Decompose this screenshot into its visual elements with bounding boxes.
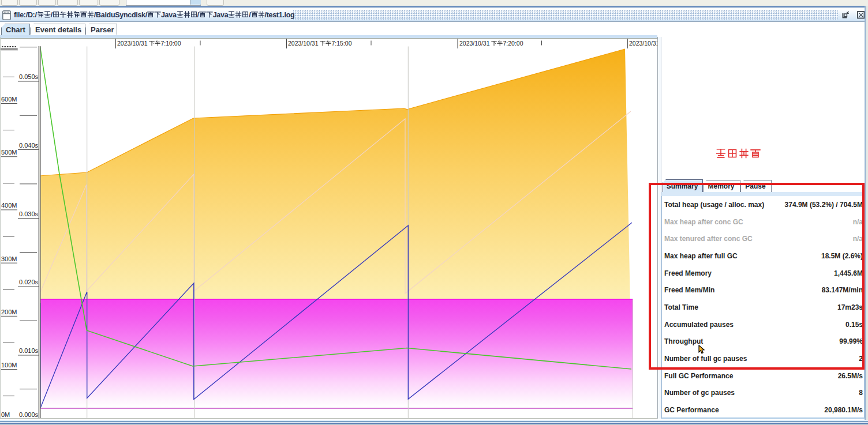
svg-text:400M: 400M xyxy=(1,202,17,209)
svg-text:0.010s: 0.010s xyxy=(19,347,39,354)
svg-text:100M: 100M xyxy=(1,362,17,368)
svg-text:0.050s: 0.050s xyxy=(19,73,39,80)
svg-text:600M: 600M xyxy=(1,96,17,103)
svg-text:0.030s: 0.030s xyxy=(19,210,39,217)
svg-text:0.040s: 0.040s xyxy=(19,142,39,149)
svg-text:500M: 500M xyxy=(1,149,17,156)
svg-text:0.000s: 0.000s xyxy=(19,411,39,418)
svg-text:0M: 0M xyxy=(1,411,10,418)
svg-text:200M: 200M xyxy=(1,309,17,315)
svg-text:0.020s: 0.020s xyxy=(19,279,39,285)
svg-text:300M: 300M xyxy=(1,255,17,262)
